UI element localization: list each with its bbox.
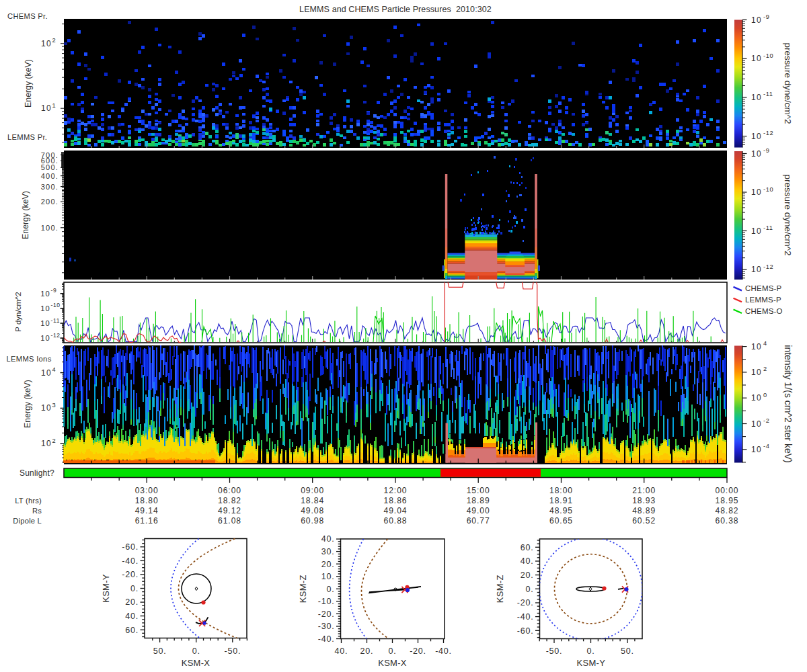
svg-text:-60.: -60. <box>122 542 139 552</box>
svg-text:Sunlight?: Sunlight? <box>20 468 54 478</box>
svg-text:-60.: -60. <box>517 626 534 636</box>
svg-text:49.12: 49.12 <box>218 506 241 515</box>
svg-text:10: 10 <box>751 187 762 197</box>
svg-text:0.: 0. <box>388 646 396 656</box>
svg-text:10: 10 <box>40 290 50 298</box>
svg-text:-12: -12 <box>763 130 773 136</box>
svg-text:06:00: 06:00 <box>218 486 241 495</box>
svg-text:400.: 400. <box>41 172 59 180</box>
svg-text:-10: -10 <box>763 52 773 59</box>
svg-text:2: 2 <box>52 37 56 44</box>
svg-text:LEMMS-P: LEMMS-P <box>745 296 781 304</box>
svg-text:10: 10 <box>40 319 50 327</box>
svg-text:49.04: 49.04 <box>383 506 407 515</box>
svg-text:-2: -2 <box>763 417 769 424</box>
svg-text:18.84: 18.84 <box>301 496 324 505</box>
svg-text:18.89: 18.89 <box>467 496 490 505</box>
svg-text:KSM-Z: KSM-Z <box>495 575 505 603</box>
svg-text:CHEMS-O: CHEMS-O <box>745 307 783 315</box>
svg-text:500.: 500. <box>41 163 59 171</box>
svg-text:10: 10 <box>751 54 762 63</box>
svg-text:10.: 10. <box>321 572 335 581</box>
svg-text:KSM-Z: KSM-Z <box>298 575 308 603</box>
svg-text:-4: -4 <box>763 443 769 450</box>
svg-text:10: 10 <box>41 103 52 113</box>
svg-text:49.00: 49.00 <box>467 506 490 515</box>
svg-text:20.: 20. <box>321 560 335 569</box>
svg-text:18.91: 18.91 <box>549 496 573 505</box>
svg-text:4: 4 <box>52 366 56 373</box>
svg-text:18.80: 18.80 <box>135 496 159 505</box>
svg-text:Energy (keV): Energy (keV) <box>21 191 30 239</box>
svg-text:10: 10 <box>41 403 52 413</box>
svg-text:10: 10 <box>751 93 762 102</box>
svg-text:3: 3 <box>52 402 56 409</box>
svg-text:60.77: 60.77 <box>467 516 490 526</box>
svg-text:10: 10 <box>751 15 762 25</box>
svg-text:10: 10 <box>751 419 762 429</box>
svg-text:-9: -9 <box>763 147 769 154</box>
svg-text:-10: -10 <box>763 186 773 193</box>
svg-text:18.86: 18.86 <box>383 496 407 505</box>
svg-text:-9: -9 <box>763 13 769 20</box>
svg-text:10: 10 <box>751 368 762 377</box>
svg-text:Energy (keV): Energy (keV) <box>23 380 32 428</box>
svg-text:20.: 20. <box>360 646 374 656</box>
svg-text:pressure dyne/cm^2: pressure dyne/cm^2 <box>783 174 793 255</box>
svg-text:50.: 50. <box>621 646 634 656</box>
svg-text:48.89: 48.89 <box>632 506 656 515</box>
svg-text:10: 10 <box>751 265 762 274</box>
svg-text:18.95: 18.95 <box>715 496 738 505</box>
svg-text:-30.: -30. <box>318 622 335 631</box>
svg-text:20.: 20. <box>521 571 534 580</box>
svg-text:18.93: 18.93 <box>632 496 656 505</box>
svg-text:0.: 0. <box>130 584 139 593</box>
svg-text:-12: -12 <box>51 332 61 339</box>
svg-text:-12: -12 <box>763 263 773 270</box>
svg-text:KSM-X: KSM-X <box>378 658 407 668</box>
svg-text:10: 10 <box>40 334 50 342</box>
svg-text:60.: 60. <box>521 543 534 552</box>
svg-text:40.: 40. <box>335 646 348 656</box>
svg-text:40.: 40. <box>321 534 335 544</box>
svg-text:12:00: 12:00 <box>383 486 407 495</box>
svg-text:-10.: -10. <box>318 597 335 606</box>
svg-text:4: 4 <box>763 340 767 347</box>
svg-text:-9: -9 <box>51 287 57 294</box>
svg-text:1: 1 <box>52 102 56 109</box>
svg-text:-11: -11 <box>51 317 61 324</box>
svg-text:Dipole L: Dipole L <box>13 517 42 525</box>
svg-text:20.: 20. <box>125 597 139 607</box>
svg-text:0.: 0. <box>326 585 334 594</box>
svg-text:0.: 0. <box>586 646 594 656</box>
svg-text:-40.: -40. <box>517 612 534 622</box>
svg-text:60.: 60. <box>125 626 139 635</box>
svg-text:10: 10 <box>751 149 762 159</box>
svg-text:0.: 0. <box>525 585 533 594</box>
svg-text:-11: -11 <box>763 224 773 231</box>
svg-text:50.: 50. <box>153 646 167 656</box>
svg-text:-20.: -20. <box>410 646 426 656</box>
svg-text:-40.: -40. <box>318 634 335 644</box>
svg-text:40.: 40. <box>125 612 139 621</box>
svg-text:-40.: -40. <box>122 556 139 566</box>
svg-text:60.65: 60.65 <box>549 516 573 526</box>
svg-text:intensity 1/(s cm^2 ster keV): intensity 1/(s cm^2 ster keV) <box>783 345 794 462</box>
svg-text:300.: 300. <box>41 183 59 191</box>
svg-text:49.08: 49.08 <box>301 506 324 515</box>
svg-text:10: 10 <box>751 226 762 236</box>
svg-text:21:00: 21:00 <box>632 486 656 495</box>
svg-text:-10: -10 <box>51 302 61 308</box>
svg-text:49.14: 49.14 <box>135 506 159 515</box>
svg-text:18:00: 18:00 <box>549 486 573 495</box>
svg-text:Energy (keV): Energy (keV) <box>24 59 33 108</box>
svg-text:KSM-X: KSM-X <box>182 658 210 668</box>
svg-text:-50.: -50. <box>546 646 563 656</box>
svg-text:00:00: 00:00 <box>715 486 738 495</box>
svg-text:10: 10 <box>751 445 762 454</box>
svg-text:-50.: -50. <box>224 646 241 656</box>
svg-text:2: 2 <box>52 437 56 444</box>
svg-text:LT (hrs): LT (hrs) <box>15 497 42 505</box>
svg-text:-40.: -40. <box>435 646 452 656</box>
svg-text:KSM-Y: KSM-Y <box>101 574 111 603</box>
